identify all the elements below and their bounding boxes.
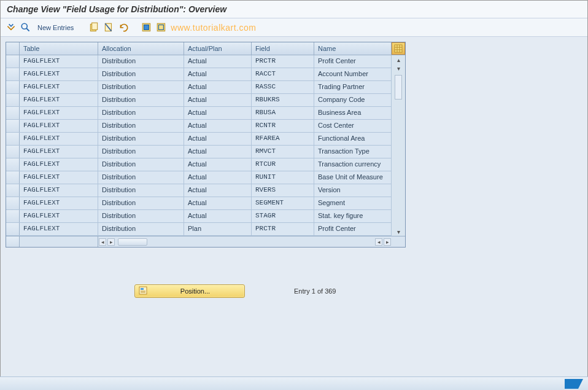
cell-actual-plan[interactable]: Actual: [184, 81, 252, 93]
cell-allocation[interactable]: Distribution: [98, 68, 184, 80]
cell-table[interactable]: FAGLFLEXT: [20, 197, 98, 209]
cell-field[interactable]: STAGR: [252, 210, 314, 222]
find-icon[interactable]: [20, 22, 31, 33]
cell-actual-plan[interactable]: Actual: [184, 197, 252, 209]
cell-actual-plan[interactable]: Actual: [184, 55, 252, 68]
cell-name[interactable]: Base Unit of Measure: [314, 171, 392, 184]
deselect-all-icon[interactable]: [156, 22, 167, 33]
cell-table[interactable]: FAGLFLEXT: [20, 68, 98, 80]
hscroll-left-arrow-2[interactable]: ◂: [375, 238, 382, 246]
cell-allocation[interactable]: Distribution: [98, 55, 184, 68]
table-row[interactable]: FAGLFLEXTDistributionActualRUNITBase Uni…: [6, 171, 392, 184]
row-selector[interactable]: [6, 133, 20, 145]
cell-field[interactable]: RBUKRS: [252, 94, 314, 106]
cell-name[interactable]: Stat. key figure: [314, 210, 392, 222]
cell-table[interactable]: FAGLFLEXT: [20, 94, 98, 106]
table-row[interactable]: FAGLFLEXTDistributionActualPRCTRProfit C…: [6, 55, 392, 68]
cell-field[interactable]: RUNIT: [252, 171, 314, 184]
row-selector[interactable]: [6, 81, 20, 93]
table-row[interactable]: FAGLFLEXTDistributionActualSTAGRStat. ke…: [6, 210, 392, 223]
cell-allocation[interactable]: Distribution: [98, 210, 184, 222]
hscroll-left-arrow[interactable]: ◂: [99, 238, 106, 246]
cell-actual-plan[interactable]: Actual: [184, 107, 252, 119]
row-selector[interactable]: [6, 146, 20, 158]
cell-name[interactable]: Functional Area: [314, 133, 392, 145]
cell-field[interactable]: SEGMENT: [252, 197, 314, 209]
cell-name[interactable]: Company Code: [314, 94, 392, 106]
cell-field[interactable]: RMVCT: [252, 146, 314, 158]
select-all-rows[interactable]: [6, 42, 20, 55]
cell-table[interactable]: FAGLFLEXT: [20, 107, 98, 119]
cell-name[interactable]: Profit Center: [314, 223, 392, 235]
cell-actual-plan[interactable]: Actual: [184, 210, 252, 222]
cell-field[interactable]: RTCUR: [252, 158, 314, 171]
cell-allocation[interactable]: Distribution: [98, 120, 184, 132]
scroll-up-arrow[interactable]: ▴: [394, 55, 403, 64]
cell-allocation[interactable]: Distribution: [98, 171, 184, 184]
cell-actual-plan[interactable]: Actual: [184, 158, 252, 171]
cell-actual-plan[interactable]: Actual: [184, 146, 252, 158]
cell-name[interactable]: Transaction currency: [314, 158, 392, 171]
header-table[interactable]: Table: [20, 42, 98, 55]
cell-name[interactable]: Segment: [314, 197, 392, 209]
row-selector[interactable]: [6, 210, 20, 222]
cell-table[interactable]: FAGLFLEXT: [20, 210, 98, 222]
cell-allocation[interactable]: Distribution: [98, 223, 184, 235]
table-row[interactable]: FAGLFLEXTDistributionActualRVERSVersion: [6, 184, 392, 197]
cell-actual-plan[interactable]: Actual: [184, 94, 252, 106]
row-selector[interactable]: [6, 223, 20, 235]
cell-table[interactable]: FAGLFLEXT: [20, 133, 98, 145]
cell-table[interactable]: FAGLFLEXT: [20, 146, 98, 158]
cell-name[interactable]: Version: [314, 184, 392, 197]
cell-name[interactable]: Business Area: [314, 107, 392, 119]
cell-name[interactable]: Transaction Type: [314, 146, 392, 158]
cell-field[interactable]: RFAREA: [252, 133, 314, 145]
row-selector[interactable]: [6, 55, 20, 68]
toggle-display-icon[interactable]: [6, 22, 17, 33]
cell-table[interactable]: FAGLFLEXT: [20, 184, 98, 197]
cell-name[interactable]: Trading Partner: [314, 81, 392, 93]
cell-name[interactable]: Profit Center: [314, 55, 392, 68]
table-settings-icon[interactable]: [392, 42, 405, 55]
table-row[interactable]: FAGLFLEXTDistributionActualSEGMENTSegmen…: [6, 197, 392, 210]
cell-field[interactable]: RACCT: [252, 68, 314, 80]
cell-allocation[interactable]: Distribution: [98, 184, 184, 197]
table-row[interactable]: FAGLFLEXTDistributionActualRBUKRSCompany…: [6, 94, 392, 107]
row-selector[interactable]: [6, 107, 20, 119]
cell-table[interactable]: FAGLFLEXT: [20, 158, 98, 171]
hscroll-right-arrow-1[interactable]: ▸: [107, 238, 115, 246]
horizontal-scrollbar[interactable]: ◂ ▸ ◂ ▸: [6, 236, 405, 247]
cell-actual-plan[interactable]: Actual: [184, 120, 252, 132]
cell-actual-plan[interactable]: Actual: [184, 68, 252, 80]
cell-allocation[interactable]: Distribution: [98, 94, 184, 106]
table-row[interactable]: FAGLFLEXTDistributionActualRTCURTransact…: [6, 158, 392, 171]
header-field[interactable]: Field: [252, 42, 314, 55]
row-selector[interactable]: [6, 68, 20, 80]
scroll-down-arrow[interactable]: ▾: [394, 227, 403, 236]
row-selector[interactable]: [6, 197, 20, 209]
select-all-icon[interactable]: [141, 22, 152, 33]
cell-actual-plan[interactable]: Actual: [184, 133, 252, 145]
header-allocation[interactable]: Allocation: [98, 42, 184, 55]
cell-allocation[interactable]: Distribution: [98, 133, 184, 145]
cell-table[interactable]: FAGLFLEXT: [20, 223, 98, 235]
table-row[interactable]: FAGLFLEXTDistributionActualRFAREAFunctio…: [6, 133, 392, 146]
cell-allocation[interactable]: Distribution: [98, 81, 184, 93]
cell-allocation[interactable]: Distribution: [98, 107, 184, 119]
cell-actual-plan[interactable]: Actual: [184, 171, 252, 184]
table-row[interactable]: FAGLFLEXTDistributionActualRCNTRCost Cen…: [6, 120, 392, 133]
row-selector[interactable]: [6, 184, 20, 197]
row-selector[interactable]: [6, 94, 20, 106]
copy-icon[interactable]: [88, 22, 99, 33]
delete-icon[interactable]: [103, 22, 114, 33]
cell-table[interactable]: FAGLFLEXT: [20, 81, 98, 93]
hscroll-right-arrow-2[interactable]: ▸: [384, 238, 391, 246]
header-actual-plan[interactable]: Actual/Plan: [184, 42, 252, 55]
header-name[interactable]: Name: [314, 42, 392, 55]
cell-name[interactable]: Cost Center: [314, 120, 392, 132]
cell-field[interactable]: PRCTR: [252, 55, 314, 68]
table-row[interactable]: FAGLFLEXTDistributionActualRACCTAccount …: [6, 68, 392, 81]
cell-table[interactable]: FAGLFLEXT: [20, 55, 98, 68]
hscroll-thumb[interactable]: [118, 238, 147, 246]
scroll-down-arrow-top[interactable]: ▾: [394, 64, 403, 72]
